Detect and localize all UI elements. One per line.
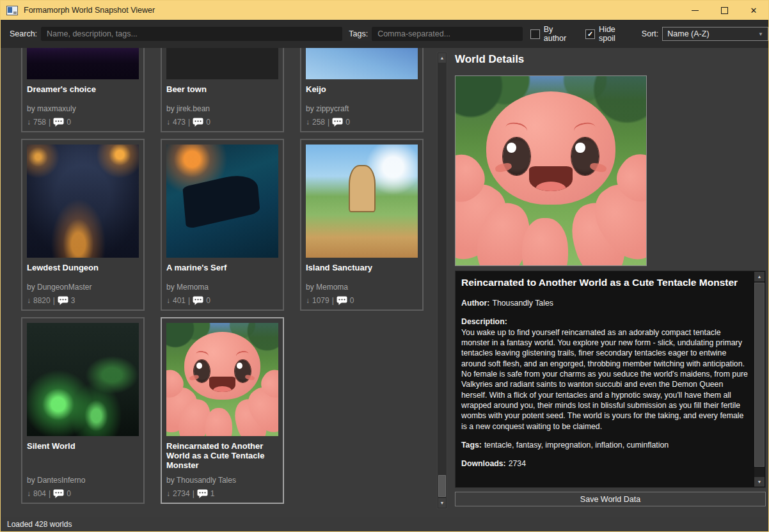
world-card-meta: by Memoma ↓ 401 | 0 [166,277,278,305]
world-card-author: by Memoma [306,283,418,292]
scroll-up-button[interactable]: ▲ [754,272,765,281]
maximize-button[interactable] [710,1,739,20]
search-input[interactable] [41,27,342,41]
hide-spoil-label: Hide spoil [599,25,634,43]
world-card-title: Silent World [27,441,139,451]
world-card[interactable]: A marine's Serf by Memoma ↓ 401 | 0 [161,139,284,311]
tags-input[interactable] [372,27,523,41]
comment-count: 0 [350,296,354,305]
sort-dropdown[interactable]: Name (A-Z) ▼ [662,27,768,41]
download-icon: ↓ [166,489,170,498]
world-grid-viewport: Dreamer's choice by maxmaxuly ↓ 758 | 0 … [1,48,436,517]
world-card[interactable]: Dreamer's choice by maxmaxuly ↓ 758 | 0 [21,48,145,132]
world-details-text: Reincarnated to Another World as a Cute … [456,271,754,487]
octopus-artwork [456,76,646,265]
download-count: 2734 [173,489,190,498]
tags-label: Tags: [461,441,482,450]
scroll-up-button[interactable]: ▲ [438,53,446,63]
world-preview-image [455,75,647,266]
stats-separator: | [188,118,190,127]
download-count: 473 [173,118,186,127]
world-card-stats: ↓ 2734 | 1 [166,489,278,498]
grid-scrollbar[interactable]: ▲ ▼ [437,52,447,509]
scroll-down-button[interactable]: ▼ [754,477,765,487]
comment-count: 0 [206,118,210,127]
titlebar[interactable]: Formamorph World Snapshot Viewer ✕ [1,1,768,20]
world-card-author: by Thousandly Tales [166,476,278,485]
main-area: Dreamer's choice by maxmaxuly ↓ 758 | 0 … [1,48,768,517]
world-card[interactable]: Reincarnated to Another World as a Cute … [161,317,284,504]
chevron-down-icon: ▼ [758,31,763,37]
download-icon: ↓ [27,489,31,498]
comments-icon [58,296,68,305]
world-thumbnail [166,48,278,79]
search-label: Search: [10,29,37,38]
download-count: 758 [33,118,46,127]
world-card[interactable]: Lewdest Dungeon by DungeonMaster ↓ 8820 … [21,139,145,311]
close-button[interactable]: ✕ [739,1,768,20]
comment-count: 0 [206,296,210,305]
status-text: Loaded 428 worlds [7,520,72,529]
world-card-stats: ↓ 401 | 0 [166,296,278,305]
world-card-stats: ↓ 258 | 0 [306,118,418,127]
world-card-stats: ↓ 804 | 0 [27,489,139,498]
world-card[interactable]: Island Sanctuary by Memoma ↓ 1079 | 0 [300,139,424,311]
world-card[interactable]: Silent World by DantesInferno ↓ 804 | 0 [21,317,145,504]
world-card-title: Reincarnated to Another World as a Cute … [166,441,278,470]
comment-count: 0 [345,118,350,127]
details-scrollbar[interactable]: ▲ ▼ [754,272,765,487]
tags-label: Tags: [349,29,368,38]
hide-spoil-checkbox[interactable]: ✓ [585,29,595,39]
stats-separator: | [188,296,190,305]
scroll-down-button[interactable]: ▼ [438,498,446,508]
grid-scrollbar-thumb[interactable] [438,475,446,497]
sort-value: Name (A-Z) [667,29,709,38]
details-scrollbar-thumb[interactable] [754,283,765,467]
maximize-icon [721,7,728,14]
world-card-meta: by Memoma ↓ 1079 | 0 [306,277,418,305]
download-count: 258 [312,118,325,127]
world-card-author: by DantesInferno [27,476,139,485]
check-icon: ✓ [587,31,593,38]
octopus-artwork [166,323,278,436]
world-card-meta: by jirek.bean ↓ 473 | 0 [166,98,278,127]
minimize-button[interactable] [680,1,710,20]
download-icon: ↓ [306,118,310,127]
author-label: Author: [461,299,489,308]
download-icon: ↓ [306,296,310,305]
by-author-label: By author [544,25,578,43]
sort-label: Sort: [642,29,658,38]
world-details-panel: World Details Reincarnated to Another Wo… [448,48,768,517]
world-card-meta: by Thousandly Tales ↓ 2734 | 1 [166,470,278,498]
world-card-meta: by DantesInferno ↓ 804 | 0 [27,470,139,498]
download-icon: ↓ [27,296,31,305]
by-author-checkbox[interactable]: ✓ [530,29,540,39]
panel-title: World Details [455,53,768,66]
author-value: Thousandly Tales [492,299,553,308]
world-card-title: Keijo [306,84,418,94]
download-count: 1079 [312,296,329,305]
world-thumbnail [27,145,139,258]
comment-count: 1 [210,489,215,498]
download-count: 401 [173,296,186,305]
status-bar: Loaded 428 worlds [1,517,768,531]
world-card-meta: by DungeonMaster ↓ 8820 | 3 [27,277,139,305]
comment-count: 0 [67,489,71,498]
app-window: Formamorph World Snapshot Viewer ✕ Searc… [0,0,769,532]
world-thumbnail [166,145,278,258]
window-title: Formamorph World Snapshot Viewer [24,6,155,15]
card-row: Silent World by DantesInferno ↓ 804 | 0 [21,317,425,504]
world-card-title: Lewdest Dungeon [27,263,139,272]
world-card[interactable]: Keijo by zippycraft ↓ 258 | 0 [300,48,424,132]
world-card[interactable]: Beer town by jirek.bean ↓ 473 | 0 [161,48,284,132]
close-icon: ✕ [750,6,757,15]
by-author-group[interactable]: ✓ By author [530,25,578,43]
detail-downloads-row: Downloads:2734 [461,458,750,469]
description-label: Description: [461,317,507,326]
download-icon: ↓ [27,118,31,127]
hide-spoil-group[interactable]: ✓ Hide spoil [585,25,634,43]
world-card-stats: ↓ 758 | 0 [27,118,139,127]
card-row: Lewdest Dungeon by DungeonMaster ↓ 8820 … [21,139,425,311]
comments-icon [197,489,208,498]
save-world-data-button[interactable]: Save World Data [455,492,766,506]
